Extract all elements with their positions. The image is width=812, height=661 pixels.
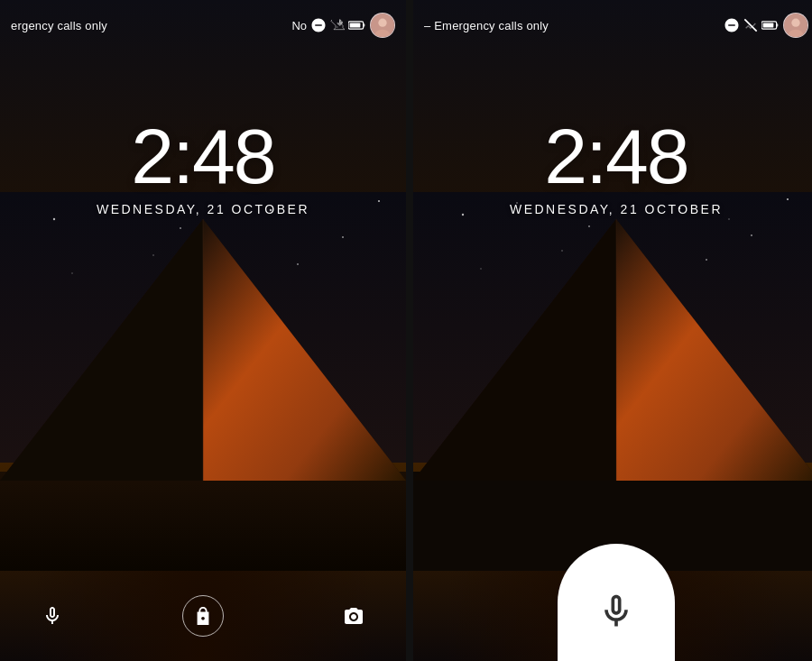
voice-button-overlay[interactable] (558, 544, 675, 661)
time-container-left: 2:48 WEDNESDAY, 21 OCTOBER (0, 117, 406, 216)
avatar-left (370, 13, 395, 38)
status-bar-right: – Emergency calls only (413, 0, 812, 50)
lock-icon-left (193, 606, 213, 626)
time-container-right: 2:48 WEDNESDAY, 21 OCTOBER (413, 117, 812, 216)
mic-icon-large (596, 592, 636, 631)
pyramid-image (0, 192, 406, 571)
emergency-calls-left: ergency calls only (11, 19, 107, 32)
signal-muted-icon (330, 18, 345, 32)
right-phone: – Emergency calls only (413, 0, 812, 661)
pyramid-image-right (413, 192, 812, 571)
dnd-icon (310, 17, 327, 33)
svg-point-7 (152, 254, 154, 256)
no-network-text: No (291, 19, 307, 32)
lock-button-left[interactable] (182, 595, 224, 637)
svg-point-32 (728, 218, 730, 220)
time-right: 2:48 (544, 117, 687, 195)
svg-rect-40 (777, 23, 779, 26)
svg-rect-41 (763, 23, 774, 28)
status-icons-left: No (291, 13, 395, 38)
date-left: WEDNESDAY, 21 OCTOBER (97, 202, 309, 216)
phone-divider (406, 0, 413, 661)
signal-muted-icon-right (743, 18, 758, 32)
battery-icon-left (348, 18, 366, 32)
time-left: 2:48 (131, 117, 274, 195)
avatar-right (783, 13, 808, 38)
svg-point-1 (53, 218, 55, 220)
emergency-dash: – (424, 19, 430, 32)
status-bar-left: ergency calls only No (0, 0, 406, 50)
battery-icon-right (761, 18, 780, 32)
svg-point-24 (588, 225, 590, 227)
svg-point-19 (378, 19, 386, 27)
bottom-bar-left (0, 571, 406, 661)
camera-button-left[interactable] (334, 596, 374, 636)
svg-point-28 (561, 250, 563, 252)
status-icons-right (724, 13, 808, 38)
svg-point-3 (180, 227, 181, 229)
svg-rect-10 (0, 472, 406, 571)
dnd-icon-right (724, 17, 740, 33)
svg-rect-17 (350, 23, 361, 28)
camera-icon-left (343, 605, 364, 627)
svg-point-5 (342, 236, 344, 238)
svg-point-9 (71, 272, 72, 273)
emergency-calls-right: Emergency calls only (434, 19, 549, 32)
svg-rect-16 (364, 23, 365, 26)
date-right: WEDNESDAY, 21 OCTOBER (510, 202, 723, 216)
mic-icon-left (42, 605, 63, 627)
svg-point-30 (480, 268, 481, 269)
svg-point-43 (791, 19, 799, 27)
mic-button-left[interactable] (32, 596, 72, 636)
svg-point-8 (297, 263, 299, 265)
left-phone: ergency calls only No (0, 0, 406, 661)
svg-point-26 (751, 234, 752, 236)
svg-point-29 (706, 259, 707, 261)
